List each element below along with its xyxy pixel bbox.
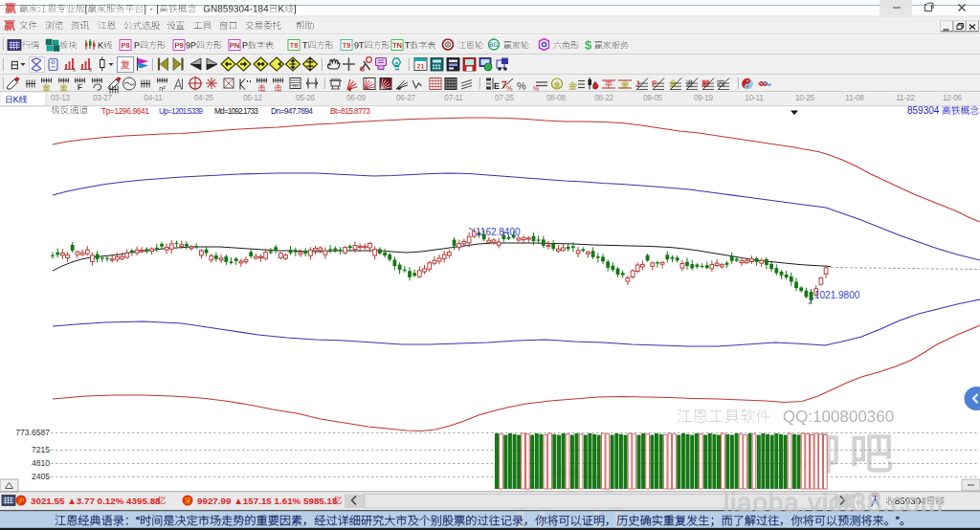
svg-text:7215: 7215: [32, 445, 50, 454]
svg-text:10-11: 10-11: [745, 94, 764, 102]
svg-text:11-22: 11-22: [896, 94, 915, 102]
svg-text:9927.99 ▲157.15 1.61% 5985.18: 9927.99 ▲157.15 1.61% 5985.18: [197, 496, 338, 506]
svg-text:Up=1201.5339: Up=1201.5339: [159, 106, 203, 116]
svg-text:Bt=815.8773: Bt=815.8773: [330, 106, 370, 116]
svg-text:773.6587: 773.6587: [15, 428, 50, 437]
svg-text:Md=1092.1733: Md=1092.1733: [214, 106, 258, 116]
svg-text:04-25: 04-25: [194, 94, 214, 102]
svg-text:1021.9800: 1021.9800: [814, 290, 860, 300]
svg-text:3021.55 ▲3.77 0.12% 4395.88: 3021.55 ▲3.77 0.12% 4395.88: [31, 496, 161, 506]
svg-text:08-22: 08-22: [594, 94, 614, 102]
svg-text:07-11: 07-11: [444, 94, 463, 102]
svg-text:05-12: 05-12: [243, 94, 263, 102]
svg-text:07-25: 07-25: [495, 94, 515, 102]
svg-text:10-25: 10-25: [795, 94, 815, 102]
svg-text:1162.8400: 1162.8400: [476, 227, 521, 237]
svg-text:03-13: 03-13: [51, 94, 71, 102]
svg-text:12-06: 12-06: [943, 94, 963, 102]
svg-text:08-08: 08-08: [546, 94, 567, 102]
svg-text:04-11: 04-11: [144, 94, 163, 102]
svg-text:859304: 859304: [907, 105, 940, 116]
svg-text:Tp=1296.9841: Tp=1296.9841: [101, 106, 149, 116]
svg-text:Dn=947.7894: Dn=947.7894: [271, 106, 313, 116]
svg-text:2405: 2405: [32, 472, 50, 481]
svg-text:09-19: 09-19: [694, 94, 714, 102]
svg-text:4810: 4810: [32, 458, 50, 468]
svg-text:11-08: 11-08: [845, 94, 864, 102]
svg-text:05-26: 05-26: [296, 94, 316, 102]
svg-text:06-09: 06-09: [346, 94, 367, 102]
svg-text:09-05: 09-05: [643, 94, 663, 102]
svg-text:06-27: 06-27: [396, 94, 416, 102]
svg-text:03-27: 03-27: [93, 94, 113, 102]
